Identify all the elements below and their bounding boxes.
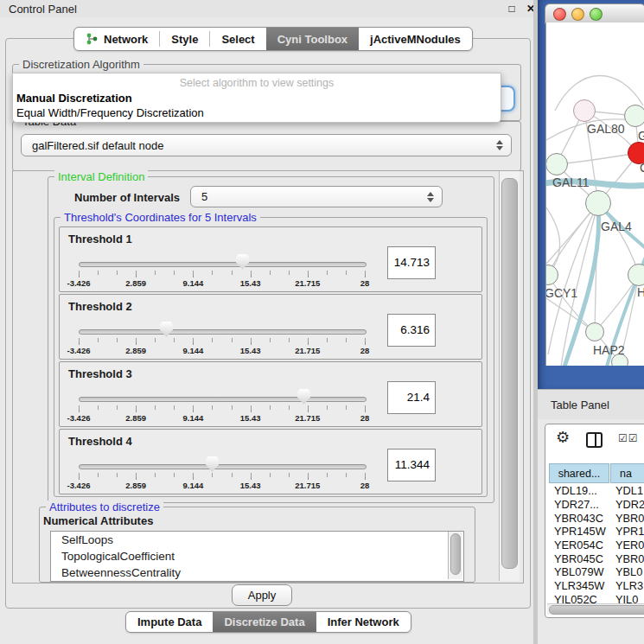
cell-name[interactable]: YBR0 <box>609 512 644 525</box>
threshold-2-slider-track[interactable] <box>79 329 367 335</box>
slider-scale-labels: -3.4262.8599.14415.4321.71528 <box>79 413 365 424</box>
cell-name[interactable]: YBL0 <box>609 565 644 578</box>
scrollbar-thumb[interactable] <box>549 605 644 615</box>
cell-shared-name[interactable]: YLR345W <box>549 579 609 592</box>
slider-scale-labels: -3.4262.8599.14415.4321.71528 <box>79 278 365 289</box>
table-data-combobox[interactable]: galFiltered.sif default node <box>21 134 512 156</box>
threshold-1-slider-thumb[interactable] <box>236 254 249 270</box>
scale-tick-label: 21.715 <box>295 278 320 288</box>
table-panel-card: ⚙ ☑☑ shared... na YDL19... YDL1 YDR27...… <box>545 424 644 618</box>
cell-shared-name[interactable]: YER054C <box>549 539 609 552</box>
list-item[interactable]: SelfLoops <box>51 532 463 548</box>
threshold-3-label: Threshold 3 <box>68 367 132 380</box>
node-hap2[interactable] <box>585 322 604 341</box>
table-row[interactable]: YDR27... YDR2 <box>549 498 644 512</box>
window-close-icon[interactable] <box>553 8 566 21</box>
cell-shared-name[interactable]: YDL19... <box>549 484 609 497</box>
threshold-4-value-field[interactable]: 11.344 <box>387 449 436 481</box>
algorithm-option-equal-width[interactable]: Equal Width/Frequency Discretization <box>16 106 204 119</box>
cell-name[interactable]: YDL1 <box>609 484 644 497</box>
cell-name[interactable]: YBR0 <box>609 552 644 565</box>
attributes-list-scrollbar[interactable] <box>448 532 462 579</box>
cell-shared-name[interactable]: YPR145W <box>549 525 609 538</box>
node-gal80[interactable] <box>573 99 596 122</box>
tab-network-label: Network <box>104 33 148 46</box>
threshold-1-value-field[interactable]: 14.713 <box>387 246 436 279</box>
tab-infer-network[interactable]: Infer Network <box>316 612 411 632</box>
node-label-ga: GA <box>638 129 644 143</box>
scrollbar-thumb[interactable] <box>450 533 461 575</box>
float-window-icon[interactable]: □ <box>505 2 519 16</box>
threshold-4-slider-track[interactable] <box>79 464 367 469</box>
split-columns-icon[interactable] <box>586 432 603 448</box>
node-label-gal80: GAL80 <box>587 122 625 136</box>
tab-cyni-toolbox-label: Cyni Toolbox <box>277 33 348 46</box>
apply-button[interactable]: Apply <box>232 584 292 606</box>
threshold-4-slider-thumb[interactable] <box>206 456 219 472</box>
cell-name[interactable]: YDR2 <box>609 498 644 511</box>
cell-name[interactable]: YER0 <box>609 539 644 552</box>
threshold-2-slider-thumb[interactable] <box>160 322 173 337</box>
tab-impute-data[interactable]: Impute Data <box>126 612 213 632</box>
list-item[interactable]: BetweennessCentrality <box>51 564 463 581</box>
number-of-intervals-combobox[interactable]: 5 <box>190 186 443 207</box>
node-label-hap2: HAP2 <box>593 343 625 357</box>
cell-name[interactable]: YLR3 <box>609 579 644 592</box>
node-gal4[interactable] <box>585 190 611 216</box>
tab-select[interactable]: Select <box>210 28 265 50</box>
tab-style[interactable]: Style <box>160 28 209 50</box>
window-minimize-icon[interactable] <box>571 8 584 21</box>
threshold-1-panel: Threshold 1 -3.4262.8599.14415.4321.7152… <box>59 226 482 292</box>
table-horizontal-scrollbar[interactable] <box>547 603 644 615</box>
table-row[interactable]: YER054C YER0 <box>549 539 644 552</box>
tab-cyni-toolbox[interactable]: Cyni Toolbox <box>266 28 359 50</box>
list-item[interactable]: TopologicalCoefficient <box>51 548 463 564</box>
select-columns-checkboxes-icon[interactable]: ☑☑ <box>618 432 639 444</box>
column-header-shared[interactable]: shared... <box>549 463 609 483</box>
table-row[interactable]: YBL079W YBL0 <box>549 565 644 579</box>
tab-network[interactable]: Network <box>74 28 159 50</box>
node-label-c: C <box>640 161 644 175</box>
network-canvas[interactable]: GAL80 GA C GAL11 GAL4 GCY1 H HAP2 <box>545 22 644 366</box>
cell-name[interactable]: YPR1 <box>609 525 644 538</box>
node-label-gal11: GAL11 <box>552 175 590 189</box>
node-h[interactable] <box>628 264 644 286</box>
network-window-titlebar[interactable] <box>545 3 644 24</box>
number-of-intervals-value: 5 <box>201 190 207 203</box>
threshold-3-slider-thumb[interactable] <box>297 389 310 405</box>
node-gal11[interactable] <box>545 153 568 175</box>
window-zoom-icon[interactable] <box>590 8 603 21</box>
scrollbar-thumb[interactable] <box>501 178 518 569</box>
scale-tick-label: 28 <box>360 278 370 288</box>
cell-shared-name[interactable]: YDR27... <box>549 498 609 511</box>
table-row[interactable]: YLR345W YLR3 <box>549 579 644 593</box>
threshold-3-value-field[interactable]: 21.4 <box>387 381 436 414</box>
control-panel-tabbar: Network Style Select Cyni Toolbox jActiv… <box>73 27 473 51</box>
scale-tick-label: -3.426 <box>67 346 91 355</box>
algorithm-option-manual[interactable]: Manual Discretization <box>16 92 132 105</box>
scale-tick-label: 28 <box>360 413 370 423</box>
table-row[interactable]: YDL19... YDL1 <box>549 484 644 498</box>
tab-discretize-data[interactable]: Discretize Data <box>213 612 316 632</box>
column-header-name[interactable]: na <box>610 463 644 483</box>
table-row[interactable]: YBR045C YBR0 <box>549 552 644 565</box>
table-row[interactable]: YPR145W YPR1 <box>549 525 644 539</box>
threshold-2-panel: Threshold 2 -3.4262.8599.14415.4321.7152… <box>59 294 482 360</box>
threshold-3-slider-track[interactable] <box>79 397 367 402</box>
scale-tick-label: 21.715 <box>295 346 320 355</box>
control-panel-titlebar: Control Panel □ ✕ <box>0 0 536 17</box>
cell-shared-name[interactable]: YBR045C <box>549 552 609 565</box>
threshold-1-slider-track[interactable] <box>79 262 367 267</box>
table-row[interactable]: YBR043C YBR0 <box>549 511 644 525</box>
cell-shared-name[interactable]: YBR043C <box>549 512 609 525</box>
slider-minor-ticks <box>79 473 366 477</box>
cell-shared-name[interactable]: YBL079W <box>549 565 609 578</box>
slider-scale-labels: -3.4262.8599.14415.4321.71528 <box>79 481 365 491</box>
node-ga[interactable] <box>624 105 644 127</box>
threshold-2-value-field[interactable]: 6.316 <box>387 314 436 347</box>
scale-tick-label: -3.426 <box>67 278 91 288</box>
network-icon <box>86 33 99 46</box>
settings-vertical-scrollbar[interactable] <box>499 171 520 581</box>
tab-jactivemnodules[interactable]: jActiveMNodules <box>359 28 472 50</box>
gear-icon[interactable]: ⚙ <box>556 428 570 447</box>
